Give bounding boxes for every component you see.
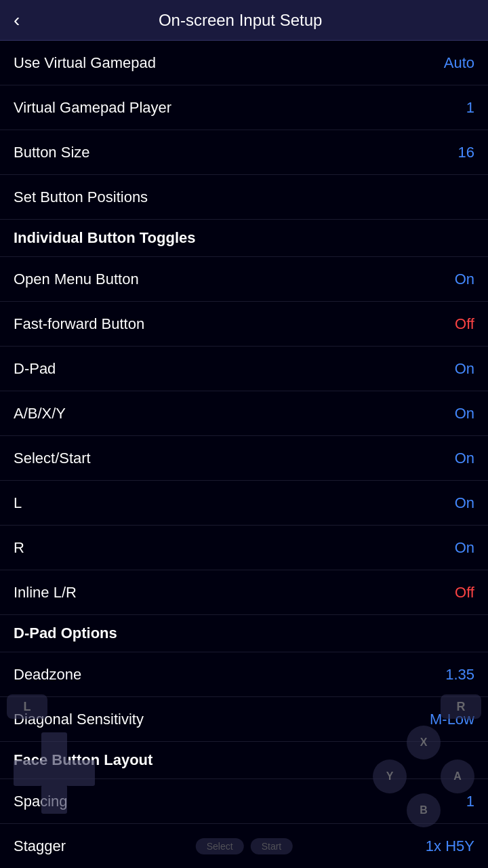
diagonal-sensitivity-row[interactable]: Diagonal Sensitivity M-Low [0, 697, 488, 742]
abxy-label: A/B/X/Y [14, 405, 66, 422]
diagonal-sensitivity-value: M-Low [430, 711, 474, 728]
select-start-value: On [455, 450, 474, 467]
open-menu-button-row[interactable]: Open Menu Button On [0, 257, 488, 302]
deadzone-row[interactable]: Deadzone 1.35 [0, 652, 488, 697]
dpad-row[interactable]: D-Pad On [0, 347, 488, 391]
abxy-value: On [455, 405, 474, 422]
abxy-row[interactable]: A/B/X/Y On [0, 391, 488, 436]
use-virtual-gamepad-row[interactable]: Use Virtual Gamepad Auto [0, 41, 488, 85]
spacing-value: 1 [466, 793, 474, 810]
select-start-label: Select/Start [14, 450, 91, 467]
face-button-section: Face Button Layout [0, 742, 488, 779]
use-virtual-gamepad-label: Use Virtual Gamepad [14, 54, 156, 72]
fast-forward-button-row[interactable]: Fast-forward Button Off [0, 302, 488, 347]
button-size-row[interactable]: Button Size 16 [0, 130, 488, 175]
inline-lr-label: Inline L/R [14, 584, 77, 601]
button-size-label: Button Size [14, 144, 90, 161]
dpad-value: On [455, 360, 474, 378]
r-button-label: R [14, 539, 24, 557]
use-virtual-gamepad-value: Auto [444, 54, 474, 72]
dpad-options-section: D-Pad Options [0, 615, 488, 652]
deadzone-value: 1.35 [445, 666, 474, 684]
fast-forward-button-label: Fast-forward Button [14, 315, 144, 333]
deadzone-label: Deadzone [14, 666, 81, 684]
stagger-value: 1x H5Y [426, 837, 474, 855]
page-title: On-screen Input Setup [33, 11, 447, 30]
virtual-gamepad-player-row[interactable]: Virtual Gamepad Player 1 [0, 85, 488, 130]
stagger-row[interactable]: Stagger 1x H5Y [0, 824, 488, 868]
individual-toggles-section: Individual Button Toggles [0, 220, 488, 257]
virtual-gamepad-player-value: 1 [466, 99, 474, 117]
stagger-label: Stagger [14, 837, 66, 855]
spacing-label: Spacing [14, 793, 68, 810]
select-start-row[interactable]: Select/Start On [0, 436, 488, 481]
l-button-value: On [455, 494, 474, 512]
fast-forward-button-value: Off [455, 315, 474, 333]
spacing-row[interactable]: Spacing 1 [0, 779, 488, 824]
set-button-positions-label: Set Button Positions [14, 189, 148, 206]
inline-lr-row[interactable]: Inline L/R Off [0, 570, 488, 615]
face-button-title: Face Button Layout [14, 751, 152, 768]
dpad-label: D-Pad [14, 360, 56, 378]
l-button-label: L [14, 494, 22, 512]
back-button[interactable]: ‹ [14, 11, 20, 30]
inline-lr-value: Off [455, 584, 474, 601]
diagonal-sensitivity-label: Diagonal Sensitivity [14, 711, 144, 728]
r-button-row[interactable]: R On [0, 526, 488, 570]
button-size-value: 16 [458, 144, 474, 161]
virtual-gamepad-player-label: Virtual Gamepad Player [14, 99, 171, 117]
individual-toggles-title: Individual Button Toggles [14, 229, 195, 246]
set-button-positions-row[interactable]: Set Button Positions [0, 175, 488, 220]
open-menu-button-value: On [455, 271, 474, 288]
dpad-options-title: D-Pad Options [14, 625, 117, 642]
header: ‹ On-screen Input Setup [0, 0, 488, 41]
settings-content: Use Virtual Gamepad Auto Virtual Gamepad… [0, 41, 488, 868]
r-button-value: On [455, 539, 474, 557]
open-menu-button-label: Open Menu Button [14, 271, 139, 288]
l-button-row[interactable]: L On [0, 481, 488, 526]
